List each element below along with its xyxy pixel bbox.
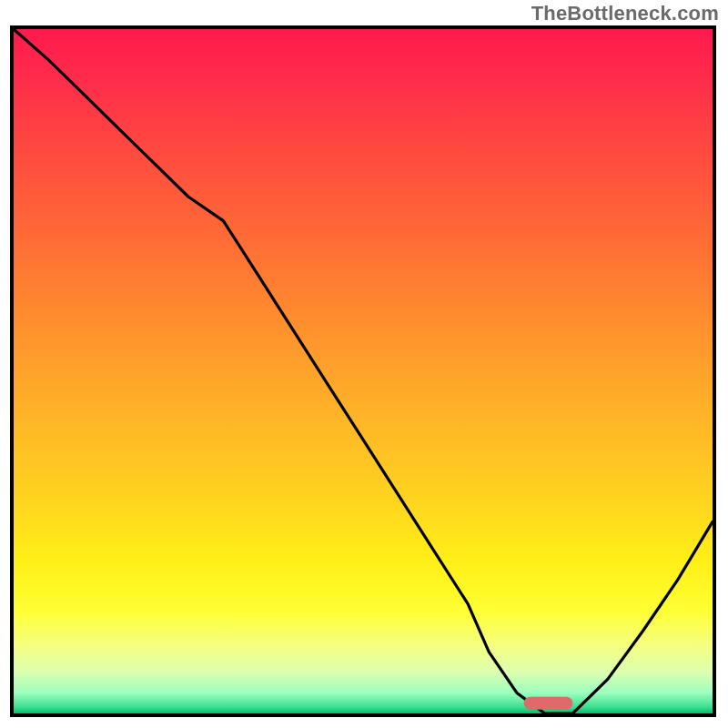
optimal-marker xyxy=(524,697,573,710)
gradient-background xyxy=(14,29,713,713)
plot-frame xyxy=(10,25,716,717)
bottleneck-chart xyxy=(14,29,713,713)
watermark-text: TheBottleneck.com xyxy=(531,2,719,25)
